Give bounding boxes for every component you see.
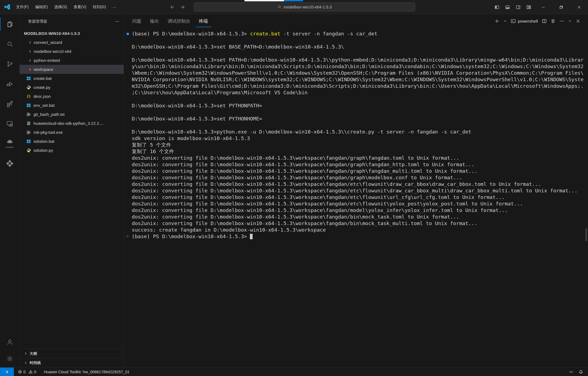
minimize-icon bbox=[541, 5, 545, 9]
tree-item-create-py[interactable]: create.py bbox=[20, 83, 124, 92]
tree-item-label: env_set.bat bbox=[33, 103, 55, 108]
window-control-toggle-secondary-sidebar[interactable] bbox=[513, 0, 523, 14]
forward-icon[interactable] bbox=[180, 5, 185, 10]
tree-item-mb-pkg-tool-exe[interactable]: mb-pkg-tool.exe bbox=[20, 128, 124, 137]
terminal-text: ;C:\Users\hou\AppData\Local\Programs\Mic… bbox=[132, 90, 308, 95]
window-control-close[interactable] bbox=[570, 0, 588, 14]
outline-label: 大纲 bbox=[30, 351, 37, 356]
menubar-item-2[interactable]: 选择(S) bbox=[51, 0, 71, 14]
svg-text:{}: {} bbox=[27, 95, 31, 98]
file-tree: MODELBOX-WIN10-X64-1.5.3connect_wizardmo… bbox=[20, 29, 124, 155]
menubar-item-4[interactable]: 转到(G) bbox=[90, 0, 109, 14]
split-terminal-icon[interactable] bbox=[542, 19, 547, 23]
run-debug-icon bbox=[6, 80, 13, 87]
activity-item-source-control[interactable] bbox=[0, 54, 19, 74]
panel-tab-0[interactable]: 问题 bbox=[132, 14, 146, 28]
panel-tab-1[interactable]: 输出 bbox=[146, 14, 163, 28]
tree-root[interactable]: MODELBOX-WIN10-X64-1.5.3 bbox=[20, 29, 124, 38]
close-panel-icon[interactable] bbox=[576, 19, 580, 23]
activity-item-settings[interactable] bbox=[0, 350, 19, 367]
tree-item-connect-wizard[interactable]: connect_wizard bbox=[20, 38, 124, 47]
menubar: 文件(F)编辑(E)选择(S)查看(V)转到(G)··· bbox=[13, 0, 120, 14]
activity-item-extensions[interactable] bbox=[0, 94, 19, 114]
history-nav bbox=[170, 0, 185, 14]
tree-item-python-embed[interactable]: python-embed bbox=[20, 56, 124, 65]
menubar-item-0[interactable]: 文件(F) bbox=[13, 0, 32, 14]
tree-item-solution-py[interactable]: solution.py bbox=[20, 146, 124, 155]
problems-status[interactable]: 0 0 bbox=[18, 370, 38, 374]
activity-item-run-debug[interactable] bbox=[0, 74, 19, 94]
tree-item-label: mb-pkg-tool.exe bbox=[33, 130, 63, 135]
activity-bar: HUAWEI bbox=[0, 14, 20, 367]
activity-item-remote-explorer[interactable] bbox=[0, 114, 19, 134]
chevron-right-icon bbox=[28, 50, 32, 53]
tree-item-desc-json[interactable]: {}desc.json bbox=[20, 92, 124, 101]
menubar-item-5[interactable]: ··· bbox=[109, 0, 120, 14]
error-icon bbox=[18, 370, 22, 374]
error-count: 0 bbox=[23, 370, 26, 374]
sidebar-more-actions-icon[interactable] bbox=[115, 19, 119, 24]
panel-chevron-down-icon[interactable] bbox=[568, 19, 572, 23]
tree-item-modelbox-win10-x64[interactable]: modelbox-win10-x64 bbox=[20, 47, 124, 56]
terminal-line: m32\OpenSSH;C:\Program Files\Git\cmd;D:\… bbox=[132, 83, 588, 89]
tree-item-env-set-bat[interactable]: env_set.bat bbox=[20, 101, 124, 110]
activity-item-account[interactable] bbox=[0, 333, 19, 350]
terminal-line: 复制了 16 个文件 bbox=[132, 148, 588, 155]
activity-item-explorer[interactable] bbox=[0, 14, 19, 34]
window-control-toggle-sidebar[interactable] bbox=[492, 0, 502, 14]
tree-item-workspace[interactable]: workspace bbox=[20, 65, 124, 74]
outline-section[interactable]: 大纲 bbox=[20, 349, 124, 358]
broadcast-icon[interactable] bbox=[569, 370, 573, 374]
window-control-restore[interactable] bbox=[552, 0, 570, 14]
menubar-item-1[interactable]: 编辑(E) bbox=[32, 0, 51, 14]
terminal-text: \Wbem;C:\Windows\System32\WindowsPowerSh… bbox=[132, 70, 584, 76]
terminal-text: dos2unix: converting file D:\modelbox-wi… bbox=[132, 155, 459, 161]
terminal-line: y\usr\bin;D:\miniconda3\Library\bin;D:\m… bbox=[132, 63, 588, 70]
menubar-item-3[interactable]: 查看(V) bbox=[70, 0, 90, 14]
terminal-text: (base) PS D:\modelbox-win10-x64-1.5.3> bbox=[132, 31, 250, 37]
command-center-search[interactable]: modelbox-win10-x64-1.5.3 bbox=[194, 2, 415, 11]
panel-tab-2[interactable]: 调试控制台 bbox=[163, 14, 195, 28]
vscode-logo-icon bbox=[4, 4, 11, 10]
command-decoration-icon[interactable] bbox=[127, 235, 128, 237]
activity-item-search[interactable] bbox=[0, 34, 19, 54]
tree-item-git-bash-path-txt[interactable]: git_bash_path.txt bbox=[20, 110, 124, 119]
remote-status[interactable] bbox=[0, 368, 14, 376]
terminal-text: create.bat bbox=[250, 31, 280, 37]
timeline-section[interactable]: 时间线 bbox=[20, 358, 124, 367]
terminal-profile-chevron-icon[interactable] bbox=[503, 19, 507, 23]
terminal-line: sdk version is modelbox-win10-x64-1.5.3 bbox=[132, 135, 588, 142]
back-icon[interactable] bbox=[170, 5, 175, 10]
tree-item-solution-bat[interactable]: solution.bat bbox=[20, 137, 124, 146]
restore-icon bbox=[559, 5, 563, 9]
window-control-customize-layout[interactable] bbox=[523, 0, 534, 14]
py-file-icon bbox=[26, 85, 31, 90]
window-control-minimize[interactable] bbox=[534, 0, 552, 14]
source-control-icon bbox=[6, 60, 13, 68]
huawei-toolkit-status[interactable]: Huawei Cloud Toolkit: hw_008617864229257… bbox=[44, 370, 130, 374]
activity-item-huawei-cloud[interactable]: HUAWEI bbox=[0, 134, 19, 153]
window-control-toggle-panel[interactable] bbox=[502, 0, 513, 14]
kill-terminal-icon[interactable] bbox=[551, 19, 555, 23]
new-terminal-icon[interactable] bbox=[495, 19, 499, 23]
txt-file-icon bbox=[26, 112, 31, 117]
terminal-line: D:\modelbox-win10-x64-1.5.3>set PYTHONPA… bbox=[132, 102, 588, 109]
terminal-text: m32\OpenSSH;C:\Program Files\Git\cmd;D:\… bbox=[132, 83, 584, 89]
terminal-cursor bbox=[250, 234, 253, 239]
tree-item-huaweicloud-obs-sdk-python-3-22-2-[interactable]: huaweicloud-obs-sdk-python_3.22.2.... bbox=[20, 119, 124, 128]
window-controls bbox=[492, 0, 588, 14]
more-actions-icon[interactable] bbox=[559, 19, 564, 23]
terminal-output[interactable]: (base) PS D:\modelbox-win10-x64-1.5.3> c… bbox=[124, 28, 588, 367]
remote-explorer-icon bbox=[6, 120, 13, 127]
terminal-tab-powershell[interactable]: powershell bbox=[511, 19, 538, 24]
txt-file-icon bbox=[26, 130, 31, 135]
terminal-scrollbar[interactable] bbox=[585, 228, 587, 241]
background-window-strip-blue bbox=[284, 0, 303, 1]
tree-item-label: create.bat bbox=[33, 76, 52, 81]
chevron-right-icon bbox=[28, 59, 32, 62]
command-decoration-icon[interactable] bbox=[127, 33, 129, 35]
activity-item-ai-gallery[interactable] bbox=[0, 153, 19, 173]
panel-tab-3[interactable]: 终端 bbox=[195, 14, 212, 28]
bell-icon[interactable] bbox=[579, 370, 583, 374]
tree-item-create-bat[interactable]: create.bat bbox=[20, 74, 124, 83]
